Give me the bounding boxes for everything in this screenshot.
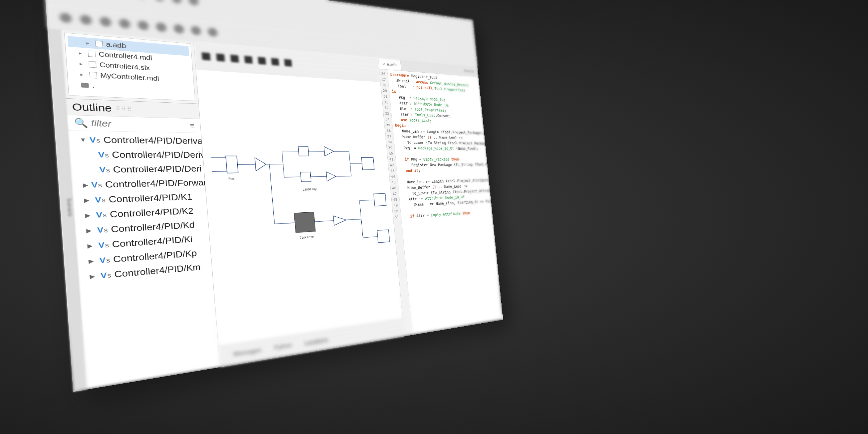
main-content: Scenario ▸ a.adb ▸ Controller4.mdl ▸ xyxy=(47,28,503,392)
project-tree: ▸ a.adb ▸ Controller4.mdl ▸ Controller4.… xyxy=(64,33,196,101)
svg-rect-8 xyxy=(377,230,390,243)
chevron-icon: ▶ xyxy=(83,182,88,188)
svg-text:LimDelay: LimDelay xyxy=(302,187,317,191)
outline-title: Outline xyxy=(72,101,112,114)
status-tab[interactable]: Python xyxy=(274,342,293,351)
center-panel: Sum Discrete LimDelay Messages Python Lo… xyxy=(193,41,405,367)
file-icon xyxy=(89,61,97,68)
file-icon xyxy=(89,72,97,78)
chevron-icon: ▶ xyxy=(84,197,92,204)
chevron-icon: ▶ xyxy=(85,212,93,219)
svg-rect-2 xyxy=(298,146,309,156)
chevron-icon: ▶ xyxy=(86,227,94,234)
variable-badge: VS xyxy=(98,150,109,159)
variable-badge: VS xyxy=(99,255,110,265)
file-icon xyxy=(88,50,96,57)
editor-tab[interactable]: ✕ a.adb xyxy=(378,58,401,71)
svg-marker-1 xyxy=(255,158,267,171)
tree-item-label: a.adb xyxy=(106,41,126,50)
tab-label: a.adb xyxy=(387,62,397,67)
status-tab[interactable]: Locations xyxy=(305,336,328,346)
file-icon xyxy=(95,41,103,47)
search-icon: 🔍 xyxy=(74,118,88,129)
variable-badge: VS xyxy=(99,165,110,174)
filter-placeholder: filter xyxy=(91,118,112,129)
outline-list: ▼VSController4/PID/DerivatVSController4/… xyxy=(68,131,220,390)
svg-marker-5 xyxy=(326,171,336,181)
variable-badge: VS xyxy=(97,225,108,235)
outline-item[interactable]: VSController4/PID/Deri xyxy=(70,162,204,178)
svg-rect-6 xyxy=(361,157,374,170)
variable-badge: VS xyxy=(98,240,109,250)
svg-rect-9 xyxy=(294,212,315,233)
status-tab[interactable]: Messages xyxy=(233,347,261,358)
chevron-icon: ▶ xyxy=(87,242,95,250)
svg-text:Sum: Sum xyxy=(228,177,234,180)
outline-item-label: Controller4/PID/Forward xyxy=(105,178,212,190)
svg-marker-4 xyxy=(324,146,334,156)
variable-badge: VS xyxy=(100,270,111,280)
outline-item[interactable]: ▼VSController4/PID/Derivat xyxy=(68,132,202,148)
outline-item[interactable]: VSController4/PID/Deriv xyxy=(69,147,203,162)
outline-item-label: Controller4/PID/Derivat xyxy=(103,135,205,146)
variable-badge: VS xyxy=(91,180,102,190)
svg-text:Discrete: Discrete xyxy=(299,235,314,240)
chevron-icon: ▼ xyxy=(80,137,87,143)
outline-item-label: Controller4/PID/K1 xyxy=(109,192,193,205)
menu-icon[interactable]: ≡ xyxy=(190,122,195,130)
block-diagram[interactable]: Sum Discrete LimDelay xyxy=(196,70,403,346)
editor-search[interactable]: Search xyxy=(459,68,478,74)
tree-item-label: . xyxy=(92,81,95,89)
chevron-icon: ▶ xyxy=(89,273,97,280)
outline-item-label: Controller4/PID/K2 xyxy=(110,206,194,220)
folder-icon xyxy=(81,82,89,88)
chevron-right-icon: ▸ xyxy=(86,40,92,46)
grip-icon: ⠿⠿⠿ xyxy=(115,105,132,112)
left-panel: ▸ a.adb ▸ Controller4.mdl ▸ Controller4.… xyxy=(60,29,220,390)
outline-item-label: Controller4/PID/Deri xyxy=(112,164,202,175)
variable-badge: VS xyxy=(96,210,107,220)
chevron-icon: ▶ xyxy=(88,258,96,265)
svg-rect-3 xyxy=(301,172,311,182)
chevron-right-icon: ▸ xyxy=(78,50,85,56)
svg-marker-10 xyxy=(333,215,347,225)
outline-item-label: Controller4/PID/Deriv xyxy=(111,150,205,160)
ide-window: Scenario ▸ a.adb ▸ Controller4.mdl ▸ xyxy=(43,0,503,392)
variable-badge: VS xyxy=(89,135,101,144)
svg-rect-0 xyxy=(226,156,238,173)
svg-rect-7 xyxy=(374,193,386,206)
chevron-right-icon: ▸ xyxy=(79,61,85,67)
variable-badge: VS xyxy=(95,195,106,204)
chevron-right-icon: ▸ xyxy=(80,71,86,77)
outline-panel: Outline ⠿⠿⠿ 🔍 filter ≡ ▼VSController4/PI… xyxy=(65,98,220,390)
tab-close-icon[interactable]: ✕ xyxy=(383,62,386,66)
